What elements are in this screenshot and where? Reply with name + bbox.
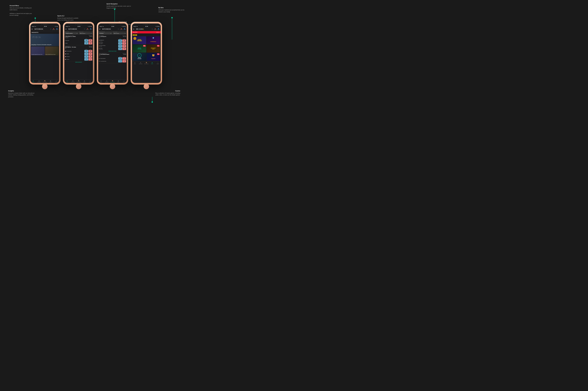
more-selections-btn[interactable]: MORE SELECTIONS	[99, 50, 126, 52]
account-button[interactable]: 👤€10.00	[56, 28, 58, 30]
back-rhododendron[interactable]: 1.84 €73	[84, 50, 88, 52]
hamburger-icon[interactable]: ☰	[31, 28, 33, 30]
my-bets-btn-2[interactable]: 🔖My Bets	[86, 28, 89, 30]
account-btn-3[interactable]: 👤€10.00	[124, 28, 126, 30]
tab-casino-2[interactable]: ◈ Casino	[82, 80, 87, 83]
phone-3-content: 1min | Epsom 🏇 15:45 Epsom MATCHED: €117…	[98, 35, 127, 80]
home-button-2[interactable]	[76, 84, 81, 89]
runner-boranha[interactable]: 🏇 7 Brian Boranha 4.2 €124 4.3	[99, 57, 126, 60]
tab-casino-4[interactable]: ◈ Casino	[149, 61, 155, 65]
my-bets-btn-3[interactable]: 🔖My Bets	[120, 28, 123, 30]
tab-casino-3[interactable]: ◈ Casino	[115, 80, 121, 83]
racecourse-select[interactable]: Select racecourse All Races ▼	[99, 31, 112, 34]
article-card-2[interactable]: Friday's EPSOM Tips and Trends	[45, 46, 59, 55]
my-bets-btn-4[interactable]: 🔖My Bets	[154, 28, 156, 30]
az-button[interactable]: A-Z	[50, 29, 51, 29]
runner-fidawy[interactable]: 🏇 5 FidawyJim Crowley 6.3 €170 6.5 €18	[99, 42, 126, 45]
phone-4-casino: ●●●● 3 ▲ 15:46 ✦ 60% ▮ ☰ MB CASIN⊕ A-Z 🔖…	[131, 22, 162, 85]
speaker	[77, 24, 81, 25]
tab-search-4[interactable]: ⌕ Search	[155, 61, 161, 65]
game-copy-cats[interactable]: NEWGAME 🐱 CopyCats	[147, 53, 160, 61]
article-card-1[interactable]: Thursday Night MLB Preview & Pick	[31, 46, 45, 55]
tab-casino[interactable]: ◈ Casino	[48, 80, 53, 83]
lay-luscomba[interactable]: 4.2	[122, 60, 126, 62]
prices-pill[interactable]: Back & Lay X1 ▼	[79, 33, 92, 34]
tab-search-3[interactable]: ⌕ Search	[121, 80, 127, 83]
back-coronet[interactable]: 16.5	[84, 58, 88, 61]
back-luscomba[interactable]: 4.1	[118, 60, 122, 62]
game-starburst[interactable]: STARBURST	[147, 36, 160, 44]
racecourse-pill[interactable]: All Races ▼	[99, 32, 112, 34]
lay-coronet[interactable]: 17.0	[88, 58, 92, 61]
runner-wozniacki[interactable]: C Wozniacki 1.403 €691 1.407 €659	[65, 39, 92, 42]
home-button-1[interactable]	[42, 84, 47, 89]
account-btn-4[interactable]: 👤€10.00	[157, 28, 159, 30]
hamburger-icon-4[interactable]: ☰	[133, 28, 134, 30]
see-all-btn[interactable]: SEE ALL	[156, 32, 159, 33]
hamburger-icon-2[interactable]: ☰	[65, 28, 66, 30]
runner-sobetsu[interactable]: 🌸10 Sobetsu 8.6 €52 8.8 €52	[65, 55, 92, 58]
back-notsosleepy[interactable]: 11.5 €27	[118, 45, 122, 47]
home-button-3[interactable]	[110, 84, 115, 89]
lay-boranha[interactable]: 4.3	[122, 57, 126, 60]
more-markets-btn[interactable]: MORE MARKETS	[64, 61, 93, 63]
camera2	[81, 24, 82, 25]
tab-home-3[interactable]: ⊙ Home	[98, 80, 104, 83]
back-btn-bellis[interactable]: 3.46 €288	[84, 42, 88, 44]
tab-live-events[interactable]: ◎ Live Events	[36, 80, 42, 83]
home-button-4[interactable]	[144, 84, 149, 89]
lay-btn-bellis[interactable]: 3.48 €274	[88, 42, 92, 44]
az-btn-3[interactable]: A-Z	[118, 29, 119, 29]
tab-search[interactable]: ⌕ Search	[53, 80, 59, 83]
back-btn-wozniacki[interactable]: 1.403 €691	[84, 39, 88, 42]
back-final[interactable]: 13.5 €22	[118, 48, 122, 50]
game-dream-catcher[interactable]: ◎ DREAMCATCHER	[133, 53, 146, 61]
runner-luscomba[interactable]: 🏇 1 Luscomba Down 4.1 4.2	[99, 60, 126, 62]
back-enable[interactable]: 8.4 €300	[84, 53, 88, 55]
tab-live-2[interactable]: ◎ Live Events	[70, 80, 76, 83]
lay-sobetsu[interactable]: 8.8 €52	[88, 55, 92, 58]
lay-notsosleepy[interactable]: 13.0 €10	[122, 45, 126, 47]
my-bets-button[interactable]: 🔖My Bets	[52, 28, 55, 30]
runner-final[interactable]: 🏇 6 FinalFranny Norton 13.5 €22 14.5 €25	[99, 48, 126, 50]
runner-coronet[interactable]: 🌸2 Coronet 16.5 17.0	[65, 58, 92, 61]
runner-rhododendron[interactable]: 🌸9 Rhododendron 1.84 €73 1.855 €852	[65, 50, 92, 52]
battery: ✦ 61% ▮	[55, 26, 58, 27]
tab-live-4[interactable]: ◎ Live Events	[138, 61, 144, 65]
runner-notsosleepy[interactable]: 🏇 4 Not So SleepyAdam Kirby 11.5 €27 13.…	[99, 45, 126, 47]
game-dragons-luck[interactable]: NEWGAME DRAGON'SLUCK	[147, 45, 160, 53]
lay-final[interactable]: 14.5 €25	[122, 48, 126, 50]
tab-horse-2[interactable]: 🏇 Horse Racing	[76, 80, 82, 83]
back-brorocco[interactable]: 4.2 €103	[118, 39, 122, 42]
lay-fidawy[interactable]: 6.5 €18	[122, 42, 126, 45]
lay-enable[interactable]: 8.6 €93	[88, 53, 92, 55]
sport-select[interactable]: Select sport Popular Markets ▼	[65, 31, 78, 34]
runner-bellis[interactable]: C Bellis 3.46 €288 3.48 €274	[65, 42, 92, 44]
tab-live-3[interactable]: ◎ Live Events	[104, 80, 110, 83]
tab-horse-3[interactable]: 🏇 Horse Racing	[110, 80, 115, 83]
runner-enable[interactable]: 🌸4 Enable 8.4 €300 8.6 €93	[65, 53, 92, 55]
game-ocean-fortune[interactable]: NEWGAME OCEANFORTUNE	[133, 45, 146, 53]
sport-pill[interactable]: Popular Markets ▼	[65, 32, 78, 34]
prices-pill-3[interactable]: Back & Lay X1 ▼	[113, 33, 126, 34]
lay-btn-wozniacki[interactable]: 1.407 €659	[88, 39, 92, 42]
phone-2-navbar: ☰ MATCHBOOK A-Z 🔖My Bets 👤€10.00	[64, 27, 93, 31]
tab-horse-racing[interactable]: 🏇 Horse Racing	[42, 80, 48, 83]
account-btn-2[interactable]: 👤€10.00	[90, 28, 92, 30]
runner-brorocco[interactable]: 🏇 10 BroroccoOisin Murphy 4.2 €103 4.35 …	[99, 39, 126, 42]
game-divine-fortune[interactable]: DIVINEFORTUNE	[133, 36, 146, 44]
tab-horse-4[interactable]: 🏇 Horse Racing	[144, 61, 149, 65]
az-btn-4[interactable]: A-Z	[152, 29, 153, 29]
insights-title: INSIGHTS	[30, 31, 59, 34]
hamburger-icon-3[interactable]: ☰	[99, 28, 100, 30]
lay-rhododendron[interactable]: 1.855 €852	[88, 50, 92, 52]
tab-home-4[interactable]: ⊙ Home	[132, 61, 138, 65]
tab-search-2[interactable]: ⌕ Search	[87, 80, 93, 83]
az-btn-2[interactable]: A-Z	[84, 29, 85, 29]
back-fidawy[interactable]: 6.3 €170	[118, 42, 122, 45]
lay-brorocco[interactable]: 4.35 €20	[122, 39, 126, 42]
tab-home-2[interactable]: ⊙ Home	[64, 80, 70, 83]
back-boranha[interactable]: 4.2 €124	[118, 57, 122, 60]
back-sobetsu[interactable]: 8.6 €52	[84, 55, 88, 58]
tab-home[interactable]: ⊙ Home	[30, 80, 36, 83]
